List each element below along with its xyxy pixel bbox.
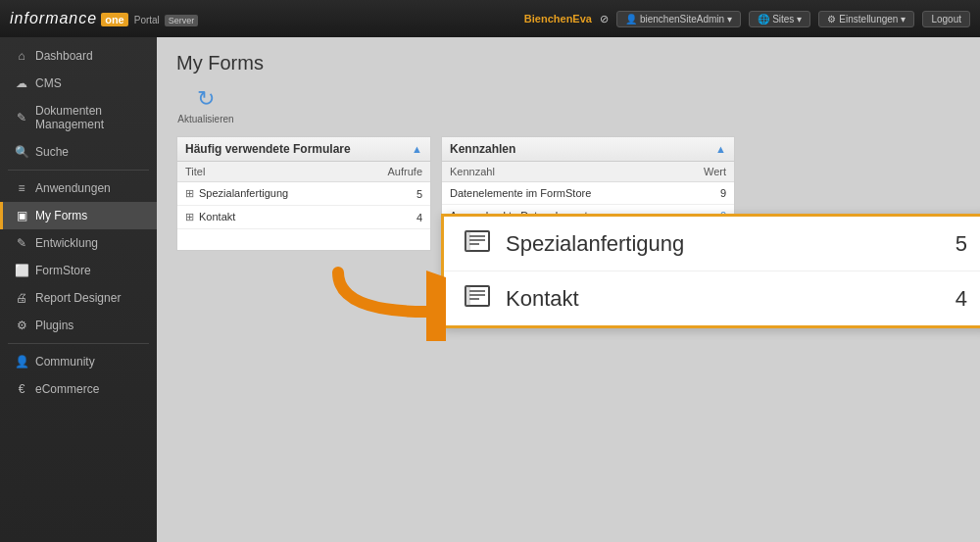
sort-icon-2: ▲ [715,143,726,155]
sort-icon: ▲ [412,143,422,155]
topbar-settings-button[interactable]: ⚙ Einstellungen ▾ [818,11,914,27]
topbar-right: BienchenEva ⊘ 👤 bienchenSiteAdmin ▾ 🌐 Si… [524,11,970,27]
chevron-down-icon: ▾ [901,14,906,25]
refresh-icon: ↻ [197,86,215,112]
arrow-svg [318,263,446,341]
topbar: informance one Portal Server BienchenEva… [0,0,980,37]
table-row[interactable]: ⊞Kontakt 4 [177,206,430,229]
sidebar-item-anwendungen[interactable]: ≡ Anwendungen [0,174,157,202]
sidebar-separator-1 [8,170,149,171]
form-icon: ⊞ [185,211,194,222]
topbar-divider1: ⊘ [600,13,609,25]
kennzahl-value-cell: 9 [677,182,734,205]
arrow-overlay [318,263,446,344]
frequent-forms-table: Titel Aufrufe ⊞Spezialanfertigung 5 ⊞Kon… [177,162,430,229]
overlay-form-icon [464,285,491,312]
overlay-row-label: Kontakt [506,286,941,312]
overlay-form-icon [464,230,491,257]
sidebar-item-formstore[interactable]: ⬜ FormStore [0,257,157,284]
sidebar-item-report[interactable]: 🖨 Report Designer [0,284,157,312]
chevron-down-icon: ▾ [797,14,802,25]
form-icon: ⊞ [185,187,194,199]
anwendungen-icon: ≡ [15,181,28,195]
myforms-icon: ▣ [15,209,28,222]
refresh-button[interactable]: ↻ Aktualisieren [176,86,235,124]
topbar-username: BienchenEva [524,13,592,25]
overlay-row[interactable]: Kontakt 4 [444,271,980,325]
table-row: Datenelemente im FormStore 9 [442,182,734,205]
ecommerce-icon: € [15,382,28,396]
plugins-icon: ⚙ [15,319,28,332]
sidebar-item-suche[interactable]: 🔍 Suche [0,138,157,166]
sidebar-item-community[interactable]: 👤 Community [0,348,157,375]
overlay-row[interactable]: Spezialanfertigung 5 [444,217,980,271]
sidebar-item-dashboard[interactable]: ⌂ Dashboard [0,42,157,70]
col-wert-header: Wert [677,162,734,182]
page-title: My Forms [176,52,960,74]
sidebar-item-dokumenten[interactable]: ✎ Dokumenten Management [0,97,157,138]
logo-one: one [101,13,128,26]
content-area: My Forms ↻ Aktualisieren Häufig verwende… [157,37,980,542]
overlay-row-label: Spezialanfertigung [506,231,941,257]
topbar-sites-button[interactable]: 🌐 Sites ▾ [749,11,810,27]
col-kennzahl-header: Kennzahl [442,162,677,182]
svg-rect-5 [466,231,470,251]
form-calls-cell: 5 [355,182,430,206]
logo-portal: Portal [134,15,160,25]
table-row[interactable]: ⊞Spezialanfertigung 5 [177,182,430,206]
kennzahl-name-cell: Datenelemente im FormStore [442,182,677,205]
overlay-row-count: 4 [956,286,967,312]
svg-rect-10 [466,286,470,306]
sidebar-item-ecommerce[interactable]: € eCommerce [0,375,157,403]
col-calls-header: Aufrufe [355,162,430,182]
col-title-header: Titel [177,162,355,182]
topbar-logout-button[interactable]: Logout [922,11,970,27]
sidebar-item-cms[interactable]: ☁ CMS [0,70,157,97]
frequent-forms-panel: Häufig verwendete Formulare ▲ Titel Aufr… [176,136,431,251]
cms-icon: ☁ [15,76,28,90]
logo-area: informance one Portal Server [10,10,198,27]
gear-icon: ⚙ [827,14,836,25]
form-calls-cell: 4 [355,206,430,229]
frequent-forms-header: Häufig verwendete Formulare ▲ [177,137,430,162]
sidebar-item-entwicklung[interactable]: ✎ Entwicklung [0,229,157,257]
topbar-admin-button[interactable]: 👤 bienchenSiteAdmin ▾ [616,11,741,27]
formstore-icon: ⬜ [15,264,28,277]
sidebar: ⌂ Dashboard ☁ CMS ✎ Dokumenten Managemen… [0,37,157,542]
overlay-panel: Spezialanfertigung 5 Kontakt 4 [441,214,980,328]
sidebar-item-plugins[interactable]: ⚙ Plugins [0,312,157,339]
sidebar-item-myforms[interactable]: ▣ My Forms [0,202,157,229]
community-icon: 👤 [15,355,28,369]
kennzahlen-header: Kennzahlen ▲ [442,137,734,162]
search-icon: 🔍 [15,145,28,159]
report-icon: 🖨 [15,291,28,305]
sites-icon: 🌐 [758,14,769,25]
overlay-row-count: 5 [956,231,967,257]
doc-icon: ✎ [15,111,28,124]
dashboard-icon: ⌂ [15,49,28,63]
logo-informance: informance [10,10,97,27]
form-title-cell: ⊞Spezialanfertigung [177,182,355,206]
form-title-cell: ⊞Kontakt [177,206,355,229]
chevron-down-icon: ▾ [727,14,732,25]
sidebar-separator-2 [8,343,149,344]
logo-server: Server [165,15,199,26]
entwicklung-icon: ✎ [15,236,28,250]
refresh-label: Aktualisieren [177,114,233,124]
admin-icon: 👤 [625,14,637,25]
main-layout: ⌂ Dashboard ☁ CMS ✎ Dokumenten Managemen… [0,37,980,542]
